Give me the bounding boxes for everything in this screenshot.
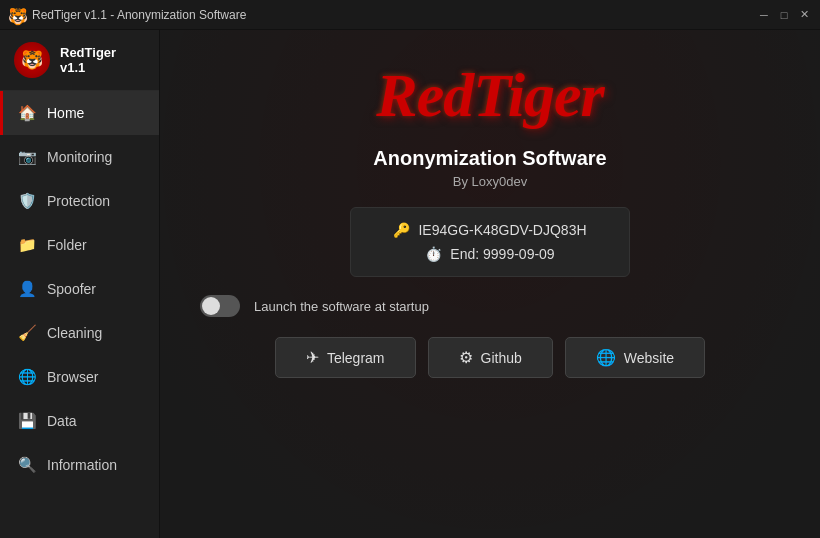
- end-value: End: 9999-09-09: [450, 246, 554, 262]
- sidebar-item-monitoring[interactable]: 📷 Monitoring: [0, 135, 159, 179]
- anon-title: Anonymization Software: [373, 147, 606, 170]
- startup-toggle[interactable]: [200, 295, 240, 317]
- close-button[interactable]: ✕: [796, 7, 812, 23]
- key-icon: 🔑: [393, 222, 410, 238]
- anon-by: By Loxy0dev: [373, 174, 606, 189]
- folder-label: Folder: [47, 237, 87, 253]
- license-box: 🔑 IE94GG-K48GDV-DJQ83H ⏱️ End: 9999-09-0…: [350, 207, 630, 277]
- protection-icon: 🛡️: [17, 191, 37, 211]
- app-icon: 🐯: [8, 7, 24, 23]
- data-label: Data: [47, 413, 77, 429]
- github-btn-icon: ⚙: [459, 348, 473, 367]
- logo-area: RedTiger: [376, 60, 603, 131]
- sidebar-item-home[interactable]: 🏠 Home: [0, 91, 159, 135]
- sidebar-item-protection[interactable]: 🛡️ Protection: [0, 179, 159, 223]
- maximize-button[interactable]: □: [776, 7, 792, 23]
- app-body: 🐯 RedTiger v1.1 🏠 Home 📷 Monitoring 🛡️ P…: [0, 30, 820, 538]
- titlebar-title: RedTiger v1.1 - Anonymization Software: [32, 8, 246, 22]
- redtiger-text: RedTiger: [376, 60, 603, 131]
- information-icon: 🔍: [17, 455, 37, 475]
- sidebar-logo: 🐯: [14, 42, 50, 78]
- sidebar-item-browser[interactable]: 🌐 Browser: [0, 355, 159, 399]
- startup-label: Launch the software at startup: [254, 299, 429, 314]
- end-icon: ⏱️: [425, 246, 442, 262]
- key-value: IE94GG-K48GDV-DJQ83H: [418, 222, 586, 238]
- titlebar: 🐯 RedTiger v1.1 - Anonymization Software…: [0, 0, 820, 30]
- telegram-btn-icon: ✈: [306, 348, 319, 367]
- cleaning-label: Cleaning: [47, 325, 102, 341]
- folder-icon: 📁: [17, 235, 37, 255]
- home-icon: 🏠: [17, 103, 37, 123]
- website-btn-label: Website: [624, 350, 674, 366]
- telegram-button[interactable]: ✈ Telegram: [275, 337, 416, 378]
- spoofer-label: Spoofer: [47, 281, 96, 297]
- sidebar-item-information[interactable]: 🔍 Information: [0, 443, 159, 487]
- sidebar-item-cleaning[interactable]: 🧹 Cleaning: [0, 311, 159, 355]
- monitoring-label: Monitoring: [47, 149, 112, 165]
- license-end: ⏱️ End: 9999-09-09: [381, 246, 599, 262]
- logo-emoji: 🐯: [21, 49, 43, 71]
- github-btn-label: Github: [481, 350, 522, 366]
- redtiger-logo: RedTiger: [376, 60, 603, 131]
- sidebar-item-data[interactable]: 💾 Data: [0, 399, 159, 443]
- data-icon: 💾: [17, 411, 37, 431]
- browser-label: Browser: [47, 369, 98, 385]
- website-btn-icon: 🌐: [596, 348, 616, 367]
- information-label: Information: [47, 457, 117, 473]
- license-key: 🔑 IE94GG-K48GDV-DJQ83H: [381, 222, 599, 238]
- protection-label: Protection: [47, 193, 110, 209]
- sidebar-header: 🐯 RedTiger v1.1: [0, 30, 159, 91]
- cleaning-icon: 🧹: [17, 323, 37, 343]
- titlebar-left: 🐯 RedTiger v1.1 - Anonymization Software: [8, 7, 246, 23]
- main-content: RedTiger Anonymization Software By Loxy0…: [160, 30, 820, 538]
- spoofer-icon: 👤: [17, 279, 37, 299]
- subtitle-area: Anonymization Software By Loxy0dev: [373, 147, 606, 189]
- sidebar-item-folder[interactable]: 📁 Folder: [0, 223, 159, 267]
- minimize-button[interactable]: ─: [756, 7, 772, 23]
- telegram-btn-label: Telegram: [327, 350, 385, 366]
- browser-icon: 🌐: [17, 367, 37, 387]
- titlebar-controls: ─ □ ✕: [756, 7, 812, 23]
- toggle-knob: [202, 297, 220, 315]
- sidebar-nav: 🏠 Home 📷 Monitoring 🛡️ Protection 📁 Fold…: [0, 91, 159, 538]
- sidebar: 🐯 RedTiger v1.1 🏠 Home 📷 Monitoring 🛡️ P…: [0, 30, 160, 538]
- startup-row: Launch the software at startup: [200, 295, 429, 317]
- website-button[interactable]: 🌐 Website: [565, 337, 705, 378]
- sidebar-app-name: RedTiger v1.1: [60, 45, 145, 75]
- monitoring-icon: 📷: [17, 147, 37, 167]
- sidebar-item-spoofer[interactable]: 👤 Spoofer: [0, 267, 159, 311]
- buttons-row: ✈ Telegram ⚙ Github 🌐 Website: [275, 337, 705, 378]
- home-label: Home: [47, 105, 84, 121]
- github-button[interactable]: ⚙ Github: [428, 337, 553, 378]
